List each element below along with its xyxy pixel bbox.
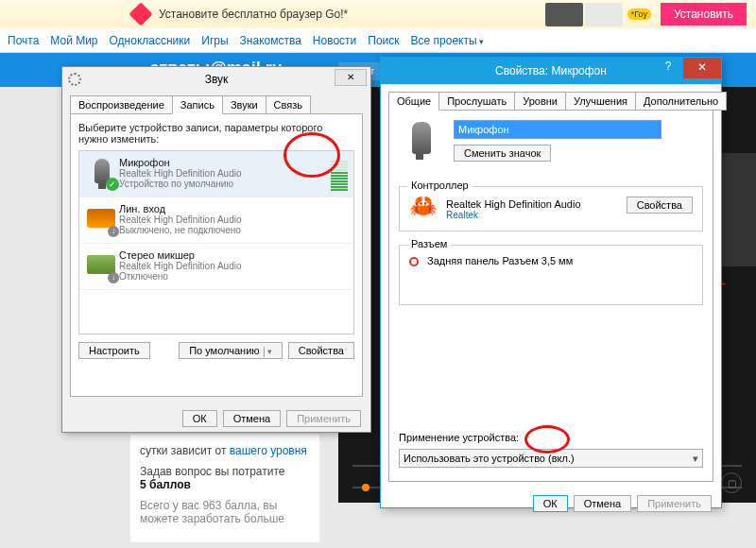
realtek-icon: 🦀 [409, 197, 438, 221]
level-meter [331, 157, 348, 191]
jack-group: Разъем Задняя панель Разъем 3,5 мм [399, 245, 703, 305]
sidebar-info: сутки зависит от вашего уровня Задав воп… [130, 435, 319, 542]
go-logo-icon [129, 2, 152, 26]
prop-title-text: Свойства: Микрофон [495, 64, 607, 77]
help-button[interactable]: ? [657, 60, 679, 73]
usage-select[interactable]: Использовать это устройство (вкл.) [399, 449, 703, 468]
sound-tab-body: Выберите устройство записи, параметры ко… [70, 113, 363, 397]
tab-advanced[interactable]: Дополнительно [635, 92, 727, 111]
ok-button[interactable]: ОК [182, 410, 217, 427]
sound-tabs: Воспроизведение Запись Звуки Связь [70, 95, 363, 114]
banner-preview [545, 3, 623, 26]
cancel-button[interactable]: Отмена [574, 495, 631, 512]
nav-games[interactable]: Игры [201, 34, 228, 47]
nav-world[interactable]: Мой Мир [50, 34, 97, 47]
disabled-icon: ↓ [108, 272, 119, 283]
mic-properties-dialog: Свойства: Микрофон ? ✕ Общие Прослушать … [380, 57, 722, 508]
disabled-icon: ↓ [108, 226, 119, 237]
ok-button[interactable]: ОК [533, 495, 568, 512]
player-btn-3[interactable]: ▢ [721, 472, 742, 493]
nav-ok[interactable]: Одноклассники [110, 34, 191, 47]
nav-all-projects[interactable]: Все проекты [411, 34, 485, 47]
tab-sounds[interactable]: Звуки [222, 95, 266, 114]
line-in-icon: ↓ [85, 203, 119, 237]
prop-tabs: Общие Прослушать Уровни Улучшения Дополн… [388, 92, 713, 111]
device-name-input[interactable] [454, 120, 662, 139]
cancel-button[interactable]: Отмена [223, 410, 281, 427]
prop-body: Сменить значок Контроллер 🦀 Realtek High… [388, 110, 713, 482]
vendor-link[interactable]: Realtek [446, 210, 580, 220]
tab-listen[interactable]: Прослушать [438, 92, 515, 111]
nav-news[interactable]: Новости [313, 34, 356, 47]
device-large-icon [399, 120, 444, 173]
nav-mail[interactable]: Почта [8, 34, 39, 47]
jack-icon [409, 257, 419, 266]
banner-tag: *Гоу [627, 9, 651, 20]
microphone-icon: ✓ [85, 157, 119, 191]
nav-search[interactable]: Поиск [368, 34, 399, 47]
check-icon: ✓ [106, 178, 119, 191]
usage-label: Применение устройства: [399, 432, 519, 443]
sound-dialog: Звук ✕ Воспроизведение Запись Звуки Связ… [61, 66, 371, 433]
properties-button[interactable]: Свойства [288, 342, 354, 359]
banner-text: Установите бесплатно браузер Go!* [159, 8, 348, 21]
device-microphone[interactable]: ✓ Микрофон Realtek High Definition Audio… [79, 151, 353, 197]
level-link[interactable]: вашего уровня [230, 444, 307, 457]
change-icon-button[interactable]: Сменить значок [454, 145, 551, 162]
controller-properties-button[interactable]: Свойства [627, 197, 693, 214]
apply-button[interactable]: Применить [637, 495, 712, 512]
instruction-text: Выберите устройство записи, параметры ко… [78, 122, 354, 145]
nav-dating[interactable]: Знакомства [240, 34, 301, 47]
device-line-in[interactable]: ↓ Лин. вход Realtek High Definition Audi… [79, 197, 353, 244]
sound-dialog-titlebar[interactable]: Звук ✕ [62, 67, 370, 92]
install-button[interactable]: Установить [661, 3, 747, 26]
apply-button[interactable]: Применить [286, 410, 361, 427]
prop-titlebar[interactable]: Свойства: Микрофон ? ✕ [381, 58, 721, 84]
gear-icon [68, 73, 81, 86]
close-button[interactable]: ✕ [683, 58, 721, 78]
controller-group: Контроллер 🦀 Realtek High Definition Aud… [399, 186, 703, 231]
set-default-button[interactable]: По умолчанию [179, 342, 283, 359]
soundcard-icon: ↓ [85, 249, 119, 283]
tab-levels[interactable]: Уровни [514, 92, 566, 111]
tab-general[interactable]: Общие [388, 92, 439, 111]
top-nav: Почта Мой Мир Одноклассники Игры Знакомс… [0, 28, 756, 53]
tab-playback[interactable]: Воспроизведение [70, 95, 173, 114]
sound-dialog-title: Звук [205, 73, 229, 86]
device-stereo-mix[interactable]: ↓ Стерео микшер Realtek High Definition … [79, 244, 353, 290]
tab-enhancements[interactable]: Улучшения [565, 92, 636, 111]
tab-communications[interactable]: Связь [266, 95, 311, 114]
device-list[interactable]: ✓ Микрофон Realtek High Definition Audio… [78, 150, 354, 334]
promo-banner: Установите бесплатно браузер Go!* *Гоу У… [0, 0, 756, 28]
tab-recording[interactable]: Запись [172, 95, 223, 114]
configure-button[interactable]: Настроить [78, 342, 150, 359]
close-button[interactable]: ✕ [335, 69, 367, 86]
